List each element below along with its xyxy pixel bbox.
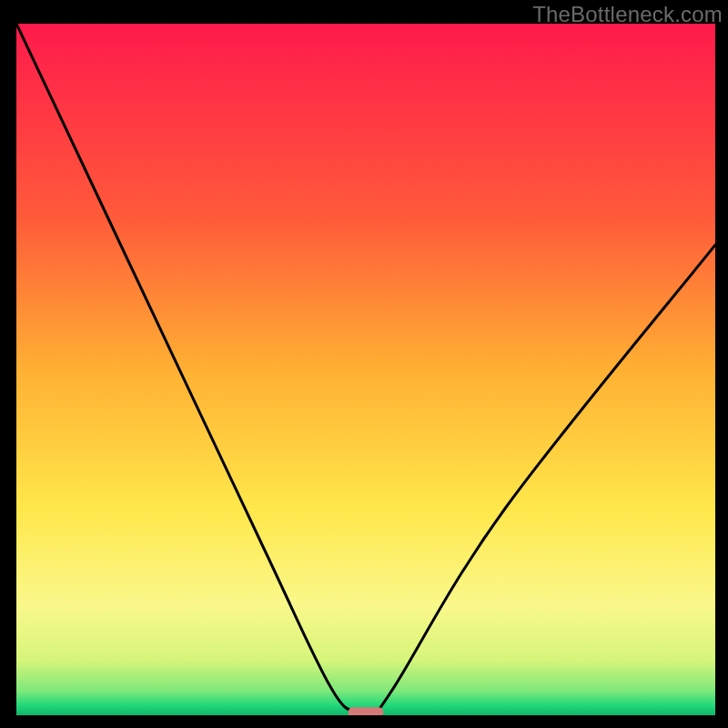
watermark-label: TheBottleneck.com xyxy=(532,2,723,27)
gradient-background xyxy=(16,24,715,715)
chart-svg xyxy=(16,24,715,715)
optimal-range-marker xyxy=(349,707,383,715)
chart-container: TheBottleneck.com xyxy=(0,0,728,728)
plot-area xyxy=(16,24,715,715)
